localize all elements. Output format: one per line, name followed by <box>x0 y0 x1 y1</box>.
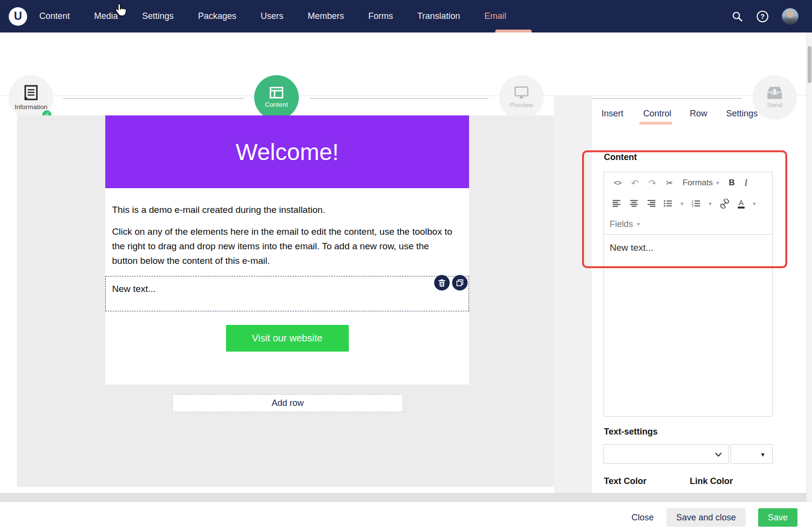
email-canvas: Welcome! This is a demo e-mail created d… <box>17 115 554 487</box>
add-row-button[interactable]: Add row <box>172 394 403 412</box>
new-text-placeholder: New text... <box>112 284 156 294</box>
active-tab-underline <box>639 122 672 125</box>
text-color-button[interactable]: A <box>738 199 745 209</box>
nav-item-content[interactable]: Content <box>39 11 70 21</box>
tab-row[interactable]: Row <box>690 109 707 119</box>
rte-toolbar-row3: Fields ▾ <box>604 213 772 235</box>
tab-insert[interactable]: Insert <box>601 109 623 119</box>
search-icon[interactable] <box>731 11 743 22</box>
text-color-chevron-icon[interactable]: ▾ <box>753 201 756 207</box>
step-preview[interactable]: Preview <box>499 75 544 120</box>
cut-button[interactable]: ✂ <box>666 178 673 188</box>
nav-item-media[interactable]: Media <box>94 11 118 21</box>
text-color-label: Text Color <box>604 476 647 486</box>
nav-right-group: ? <box>731 8 812 25</box>
align-right-button[interactable] <box>647 200 655 207</box>
email-document: Welcome! This is a demo e-mail created d… <box>105 115 469 385</box>
vertical-scrollbar[interactable] <box>806 32 812 502</box>
formats-label: Formats <box>682 178 713 188</box>
monitor-icon <box>514 86 529 99</box>
align-center-button[interactable] <box>630 200 638 207</box>
avatar[interactable] <box>782 8 798 25</box>
help-icon[interactable]: ? <box>757 11 768 22</box>
umbraco-email-editor: U Content Media Settings Packages Users … <box>0 0 812 532</box>
bullet-list-chevron-icon[interactable]: ▾ <box>681 201 683 207</box>
source-code-button[interactable]: <> <box>614 178 621 187</box>
rte-toolbar-row1: <> ↶ ↷ ✂ Formats ▾ B I <box>604 172 772 193</box>
chevron-down-icon <box>715 452 722 457</box>
layout-icon <box>270 87 283 98</box>
save-button[interactable]: Save <box>758 508 797 527</box>
numbered-list-chevron-icon[interactable]: ▾ <box>709 201 712 207</box>
formats-dropdown[interactable]: Formats ▾ <box>682 178 719 188</box>
email-paragraph: This is a demo e-mail created during the… <box>112 203 455 217</box>
step-information[interactable]: Information ✓ <box>9 75 53 120</box>
font-size-select[interactable]: ▾ <box>731 444 773 464</box>
document-icon <box>24 85 38 101</box>
umbraco-logo-icon[interactable]: U <box>9 7 27 26</box>
email-body-block[interactable]: This is a demo e-mail created during the… <box>105 203 469 268</box>
scrollbar-thumb[interactable] <box>808 46 812 83</box>
redo-button[interactable]: ↷ <box>649 178 656 188</box>
align-left-button[interactable] <box>613 200 621 207</box>
help-glyph: ? <box>761 13 765 20</box>
top-nav: U Content Media Settings Packages Users … <box>0 0 812 32</box>
logo-letter: U <box>14 10 22 23</box>
tab-control[interactable]: Control <box>643 109 671 119</box>
chevron-down-icon: ▾ <box>716 180 719 186</box>
rte-toolbar-row2: ▾ 123 ▾ A ▾ <box>604 193 772 213</box>
italic-button[interactable]: I <box>745 178 747 188</box>
nav-item-settings[interactable]: Settings <box>142 11 174 21</box>
delete-row-button[interactable] <box>434 275 450 290</box>
tab-settings[interactable]: Settings <box>726 109 758 119</box>
font-family-select[interactable] <box>603 444 729 464</box>
link-color-label: Link Color <box>690 476 733 486</box>
step-label: Content <box>265 101 288 108</box>
duplicate-row-button[interactable] <box>452 275 468 290</box>
send-icon <box>767 87 782 99</box>
color-letter: A <box>739 199 744 206</box>
text-settings-title: Text-settings <box>604 427 658 437</box>
nav-item-email[interactable]: Email <box>485 11 506 21</box>
svg-text:3: 3 <box>692 204 694 207</box>
footer-bar: Close Save and close Save <box>0 502 812 532</box>
selected-text-row[interactable]: New text... <box>105 276 469 311</box>
wizard-stepper: Information ✓ Content Preview <box>0 32 812 96</box>
nav-item-packages[interactable]: Packages <box>198 11 236 21</box>
bottom-divider-band <box>0 493 812 502</box>
save-and-close-button[interactable]: Save and close <box>666 508 746 527</box>
stepper-connector <box>309 98 488 99</box>
bold-button[interactable]: B <box>729 178 735 188</box>
numbered-list-button[interactable]: 123 <box>692 200 700 207</box>
step-label: Information <box>15 103 48 111</box>
color-swatch <box>738 207 745 209</box>
email-paragraph: Click on any of the elements here in the… <box>112 225 455 268</box>
nav-item-users[interactable]: Users <box>260 11 283 21</box>
step-content[interactable]: Content <box>254 75 299 120</box>
rte-toolbar: <> ↶ ↷ ✂ Formats ▾ B I <box>604 172 772 235</box>
chevron-down-icon: ▾ <box>761 451 764 458</box>
bullet-list-button[interactable] <box>664 200 672 207</box>
nav-item-members[interactable]: Members <box>308 11 344 21</box>
fields-dropdown[interactable]: Fields ▾ <box>610 219 640 229</box>
email-header-title: Welcome! <box>236 139 339 165</box>
email-header-block[interactable]: Welcome! <box>105 115 469 188</box>
close-button[interactable]: Close <box>632 513 654 523</box>
rich-text-editor: <> ↶ ↷ ✂ Formats ▾ B I <box>603 172 773 417</box>
link-button[interactable] <box>720 199 730 209</box>
copy-icon <box>456 279 463 286</box>
chevron-down-icon: ▾ <box>637 221 640 227</box>
step-label: Preview <box>510 101 533 109</box>
stepper-connector <box>63 98 244 99</box>
control-panel-card: Content <> ↶ ↷ ✂ Formats ▾ B I <box>592 130 788 493</box>
nav-item-translation[interactable]: Translation <box>417 11 460 21</box>
content-section-title: Content <box>604 152 637 162</box>
trash-icon <box>438 279 445 287</box>
visit-website-button[interactable]: Visit our website <box>226 325 349 352</box>
undo-button[interactable]: ↶ <box>631 178 639 188</box>
step-send[interactable]: Send <box>752 75 797 120</box>
rte-text: New text... <box>610 242 653 253</box>
fields-label: Fields <box>610 219 633 229</box>
rte-editing-area[interactable]: New text... <box>604 235 772 416</box>
nav-item-forms[interactable]: Forms <box>368 11 393 21</box>
